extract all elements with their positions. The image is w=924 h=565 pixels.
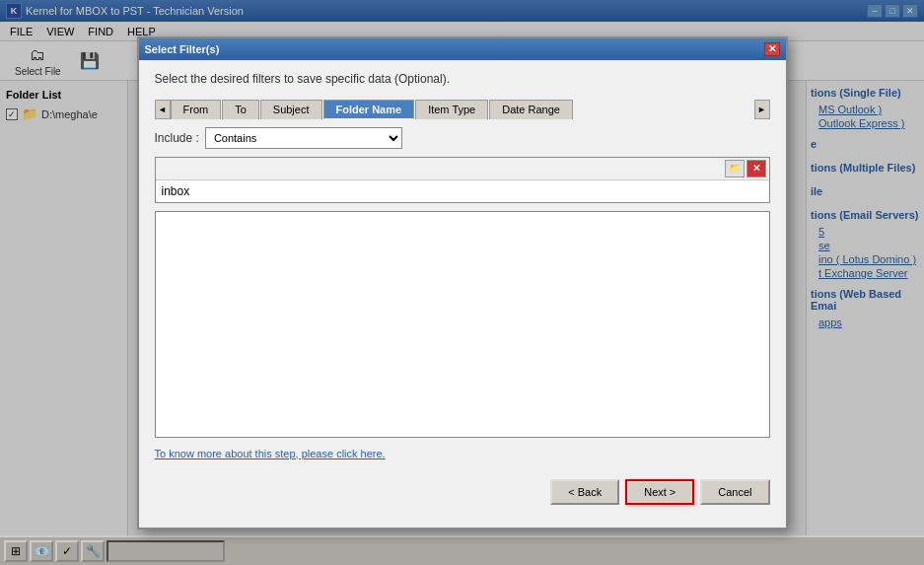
tab-folder-name[interactable]: Folder Name <box>323 100 415 119</box>
filter-list-area[interactable] <box>155 211 770 438</box>
tab-to[interactable]: To <box>222 100 259 119</box>
tab-right-arrow[interactable]: ► <box>754 100 770 119</box>
modal-description: Select the desired filters to save speci… <box>155 72 770 86</box>
tabs-container: From To Subject Folder Name Item Type Da… <box>171 100 754 119</box>
input-area: 📁 ✕ <box>155 157 770 203</box>
tab-subject[interactable]: Subject <box>260 100 322 119</box>
delete-icon: ✕ <box>752 163 760 174</box>
tab-item-type[interactable]: Item Type <box>415 100 488 119</box>
tab-left-arrow[interactable]: ◄ <box>155 100 171 119</box>
tab-date-range[interactable]: Date Range <box>489 100 573 119</box>
modal-body: Select the desired filters to save speci… <box>139 60 786 471</box>
modal-overlay: Select Filter(s) ✕ Select the desired fi… <box>0 0 924 565</box>
modal-close-button[interactable]: ✕ <box>764 42 780 56</box>
cancel-button[interactable]: Cancel <box>700 479 769 505</box>
modal-dialog: Select Filter(s) ✕ Select the desired fi… <box>137 36 788 530</box>
folder-name-input[interactable] <box>156 180 769 202</box>
folder-browse-icon: 📁 <box>729 163 741 174</box>
back-button[interactable]: < Back <box>550 479 619 505</box>
folder-browse-button[interactable]: 📁 <box>725 160 745 177</box>
filter-label: Include : <box>155 131 199 145</box>
delete-button[interactable]: ✕ <box>746 160 766 177</box>
modal-title-bar: Select Filter(s) ✕ <box>139 38 786 60</box>
filter-row: Include : Contains Does Not Contain Equa… <box>155 127 770 149</box>
input-toolbar: 📁 ✕ <box>156 158 769 180</box>
next-button[interactable]: Next > <box>625 479 694 505</box>
tab-from[interactable]: From <box>171 100 222 119</box>
modal-footer: < Back Next > Cancel <box>139 471 786 517</box>
help-link[interactable]: To know more about this step, please cli… <box>155 448 770 459</box>
modal-title: Select Filter(s) <box>145 43 220 55</box>
include-select[interactable]: Contains Does Not Contain Equals Starts … <box>205 127 402 149</box>
tab-strip: ◄ From To Subject Folder Name Item Type … <box>155 100 770 119</box>
